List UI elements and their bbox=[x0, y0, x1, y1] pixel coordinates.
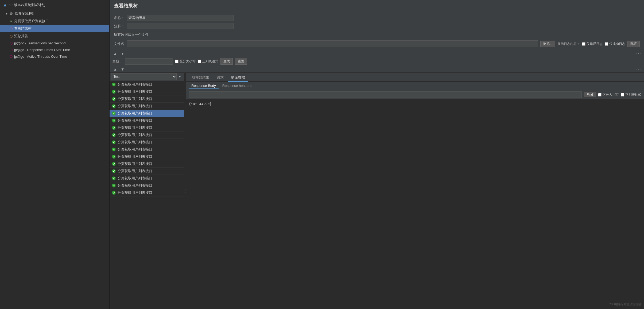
list-item[interactable]: 分页获取用户列表接口 bbox=[110, 88, 184, 95]
list-item-label: 分页获取用户列表接口 bbox=[118, 147, 152, 152]
list-item[interactable]: 分页获取用户列表接口 bbox=[110, 132, 184, 139]
script-icon: ✏ bbox=[10, 19, 13, 23]
success-shield-icon bbox=[112, 162, 116, 166]
list-item-label: 分页获取用户列表接口 bbox=[118, 125, 152, 130]
sidebar-item-view-result[interactable]: ⬡ 查看结果树 bbox=[0, 25, 109, 32]
only-success-checkbox[interactable] bbox=[605, 42, 608, 46]
gear-icon: ⚙ bbox=[10, 11, 13, 16]
type-select[interactable]: Text JSON XML HTML RegExp bbox=[111, 73, 177, 80]
success-shield-icon bbox=[112, 154, 116, 159]
only-error-label: 仅错误日志 bbox=[587, 42, 603, 46]
sidebar-item-label: jp@gc - Active Threads Over Time bbox=[14, 55, 67, 59]
response-search-row: Find 区分大小写 正则表达式 bbox=[186, 90, 644, 99]
list-item-label: 分页获取用户列表接口 bbox=[118, 169, 152, 173]
main-area: 查看结果树 名称： 注释： 所有数据写入一个文件 文件名 浏览... 显示日志内… bbox=[110, 0, 644, 309]
reset-button[interactable]: 重置 bbox=[235, 58, 247, 65]
list-item[interactable]: 分页获取用户列表接口 bbox=[110, 95, 184, 103]
list-item[interactable]: 分页获取用户列表接口 bbox=[110, 160, 184, 168]
success-shield-icon bbox=[112, 140, 116, 144]
comment-row: 注释： bbox=[114, 23, 640, 29]
response-case-sensitive-checkbox[interactable] bbox=[598, 93, 602, 96]
response-regex-checkbox[interactable] bbox=[621, 93, 624, 96]
response-case-label: 区分大小写 bbox=[603, 92, 619, 97]
list-item[interactable]: 分页获取用户列表接口 bbox=[110, 168, 184, 175]
response-case-sensitive-area: 区分大小写 bbox=[598, 92, 619, 97]
tabs-row: 取样器结果 请求 响应数据 bbox=[186, 73, 644, 82]
page-title: 查看结果树 bbox=[110, 0, 644, 12]
comment-input[interactable] bbox=[127, 23, 234, 29]
tab-request[interactable]: 请求 bbox=[214, 74, 227, 82]
search-row: 查找： 区分大小写 正则表达式 查找 重置 bbox=[110, 57, 644, 66]
only-error-checkbox-area: 仅错误日志 bbox=[582, 42, 603, 46]
name-row: 名称： bbox=[114, 15, 640, 21]
toolbar-down2-btn[interactable]: ▼ bbox=[120, 67, 126, 72]
toolbar-up-btn[interactable]: ▲ bbox=[112, 51, 118, 56]
only-success-checkbox-area: 仅成功日志 bbox=[605, 42, 625, 46]
list-item[interactable]: 分页获取用户列表接口 bbox=[110, 103, 184, 110]
list-dropdown-btn[interactable]: ▼ bbox=[177, 74, 183, 79]
list-item-label: 分页获取用户列表接口 bbox=[118, 89, 152, 94]
sidebar: ▲ 1.1版本xx系统测试计划 ▼ ⚙ 低并发线程组 ✏ 分页获取用户列表接口 … bbox=[0, 0, 110, 309]
only-error-checkbox[interactable] bbox=[582, 42, 585, 46]
response-search-input[interactable] bbox=[189, 91, 582, 98]
list-item-label: 分页获取用户列表接口 bbox=[118, 161, 152, 166]
list-item[interactable]: 分页获取用户列表接口 bbox=[110, 81, 184, 88]
toolbar-up2-btn[interactable]: ▲ bbox=[112, 67, 118, 72]
list-item[interactable]: 分页获取用户列表接口 bbox=[110, 175, 184, 182]
case-sensitive-checkbox[interactable] bbox=[175, 60, 179, 63]
list-item-label: 分页获取用户列表接口 bbox=[118, 140, 152, 145]
sidebar-item-group[interactable]: ▼ ⚙ 低并发线程组 bbox=[0, 10, 109, 17]
success-shield-icon bbox=[112, 169, 116, 173]
list-item-label: 分页获取用户列表接口 bbox=[118, 190, 152, 195]
success-shield-icon bbox=[112, 126, 116, 130]
tab-response[interactable]: 响应数据 bbox=[228, 74, 248, 82]
tree-root: ▼ ⚙ 低并发线程组 ✏ 分页获取用户列表接口 ⬡ 查看结果树 ⬡ 汇总报告 ⬡… bbox=[0, 10, 109, 60]
sidebar-item-label: jp@gc - Transactions per Second bbox=[14, 41, 65, 45]
response-find-button[interactable]: Find bbox=[584, 92, 596, 97]
sidebar-item-label: 汇总报告 bbox=[14, 34, 28, 38]
response-regex-label: 正则表达式 bbox=[625, 92, 641, 97]
list-item[interactable]: 分页获取用户列表接口 bbox=[110, 117, 184, 124]
toolbar-down-btn[interactable]: ▼ bbox=[120, 51, 126, 56]
sidebar-item-tps[interactable]: ⬡ jp@gc - Transactions per Second bbox=[0, 40, 109, 47]
view-icon: ⬡ bbox=[10, 27, 13, 31]
filename-label: 文件名 bbox=[114, 41, 125, 46]
sidebar-item-response-times[interactable]: ⬡ jp@gc - Response Times Over Time bbox=[0, 47, 109, 53]
browse-button[interactable]: 浏览... bbox=[540, 41, 555, 47]
success-shield-icon bbox=[112, 82, 116, 87]
tab-sampler[interactable]: 取样器结果 bbox=[189, 74, 212, 82]
response-regex-area: 正则表达式 bbox=[621, 92, 641, 97]
success-shield-icon bbox=[112, 97, 116, 101]
list-item[interactable]: 分页获取用户列表接口 bbox=[110, 182, 184, 189]
sidebar-item-script[interactable]: ✏ 分页获取用户列表接口 bbox=[0, 17, 109, 25]
success-shield-icon bbox=[112, 191, 116, 195]
sidebar-item-active-threads[interactable]: ⬡ jp@gc - Active Threads Over Time bbox=[0, 53, 109, 60]
sidebar-item-label: 查看结果树 bbox=[14, 26, 32, 31]
filename-input[interactable] bbox=[127, 40, 538, 47]
toolbar-dots-1[interactable]: ··· bbox=[636, 51, 641, 56]
list-item[interactable]: 分页获取用户列表接口 bbox=[110, 189, 184, 196]
search-label: 查找： bbox=[112, 59, 123, 64]
list-item[interactable]: 分页获取用户列表接口 bbox=[110, 153, 184, 160]
list-item[interactable]: 分页获取用户列表接口 bbox=[110, 110, 184, 117]
list-item[interactable]: 分页获取用户列表接口 bbox=[110, 146, 184, 153]
config-button[interactable]: 配置 bbox=[627, 41, 640, 47]
sidebar-item-label: 分页获取用户列表接口 bbox=[14, 19, 49, 24]
sub-tab-body[interactable]: Response Body bbox=[189, 83, 219, 89]
list-item[interactable]: 分页获取用户列表接口 bbox=[110, 124, 184, 132]
sub-tab-headers[interactable]: Response headers bbox=[220, 83, 254, 89]
right-panel: 取样器结果 请求 响应数据 Response Body Response hea… bbox=[186, 73, 644, 309]
find-button[interactable]: 查找 bbox=[220, 58, 233, 65]
form-area: 名称： 注释： 所有数据写入一个文件 文件名 浏览... 显示日志内容： 仅错误… bbox=[110, 12, 644, 50]
log-display-label: 显示日志内容： bbox=[557, 42, 580, 46]
list-item[interactable]: 分页获取用户列表接口 bbox=[110, 139, 184, 146]
regex-checkbox[interactable] bbox=[198, 60, 201, 63]
sidebar-item-label: jp@gc - Response Times Over Time bbox=[14, 48, 70, 52]
regex-checkbox-area: 正则表达式 bbox=[198, 59, 218, 64]
sidebar-item-report[interactable]: ⬡ 汇总报告 bbox=[0, 32, 109, 40]
search-input[interactable] bbox=[125, 58, 173, 65]
toolbar-dots-2[interactable]: ··· bbox=[636, 67, 641, 72]
list-item-label: 分页获取用户列表接口 bbox=[118, 104, 152, 109]
log-controls: 显示日志内容： 仅错误日志 仅成功日志 配置 bbox=[557, 41, 640, 47]
name-input[interactable] bbox=[127, 15, 234, 21]
